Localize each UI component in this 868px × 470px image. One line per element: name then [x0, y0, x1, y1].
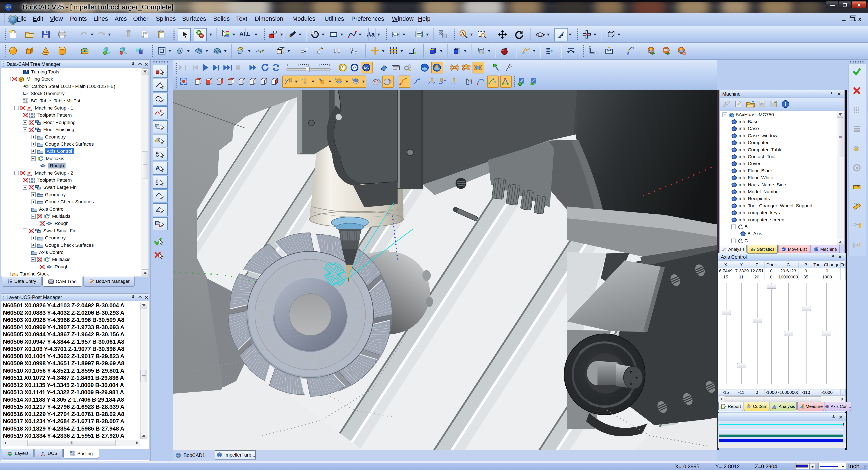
- svg-text:NC: NC: [782, 248, 785, 251]
- svg-text:Aa: Aa: [367, 31, 375, 38]
- svg-text:i: i: [785, 101, 786, 107]
- svg-text:NC: NC: [364, 66, 369, 70]
- svg-text:V25: V25: [6, 6, 11, 9]
- svg-text:A: A: [155, 165, 160, 171]
